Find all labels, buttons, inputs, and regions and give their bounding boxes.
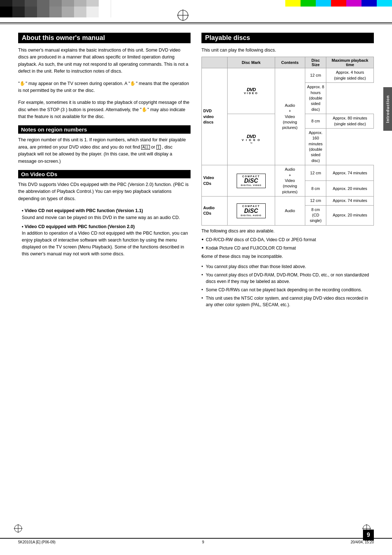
disc-note-1: You cannot play discs other than those l… bbox=[201, 263, 374, 270]
playable-discs-heading: Playable discs bbox=[201, 33, 374, 43]
color-swatch-green bbox=[301, 0, 316, 7]
left-column: About this owner's manual This owner's m… bbox=[18, 33, 191, 526]
page-number-box: 9 bbox=[363, 530, 374, 540]
checker-block bbox=[49, 7, 62, 17]
color-swatch bbox=[12, 0, 25, 7]
color-swatch-red bbox=[331, 0, 346, 7]
top-line bbox=[0, 23, 392, 23]
vcd-logo: COMPACT DiSC DIGITAL VIDEO bbox=[228, 165, 275, 197]
about-manual-para1: This owner's manual explains the basic i… bbox=[18, 47, 191, 75]
top-checker-bar bbox=[0, 7, 123, 17]
acd-contents: Audio bbox=[275, 197, 305, 226]
pbc-v11-text: Sound and movie can be played on this DV… bbox=[22, 215, 180, 220]
dvd-row-1: DVDvideodiscs DVD VIDEO Audio+Video(movi… bbox=[202, 68, 374, 83]
disc-table: Disc Mark Contents Disc Size Maximum pla… bbox=[201, 57, 374, 225]
acd-size-8cm: 8 cm(CDsingle) bbox=[305, 205, 326, 225]
vcd-size-8cm: 8 cm bbox=[305, 181, 326, 197]
pbc-v11-title: • Video CD not equipped with PBC functio… bbox=[22, 208, 143, 213]
vcd-time-2: Approx. 20 minutes bbox=[326, 181, 374, 197]
region-numbers-section: Notes on region numbers The region numbe… bbox=[18, 125, 191, 165]
checker-block bbox=[37, 7, 49, 17]
color-swatch-magenta bbox=[346, 0, 362, 7]
vcd-type-label: VideoCDs bbox=[202, 165, 228, 197]
also-avail-note: Some of these discs may be incompatible. bbox=[201, 253, 374, 260]
also-available-list: CD-R/CD-RW discs of CD-DA, Video CD or J… bbox=[201, 236, 374, 260]
color-swatch-yellow bbox=[285, 0, 301, 7]
top-color-bar bbox=[0, 0, 392, 7]
acd-row-1: AudioCDs COMPACT DiSC DIGITAL AUDIO Audi… bbox=[202, 197, 374, 205]
acd-logo: COMPACT DiSC DIGITAL AUDIO bbox=[228, 197, 275, 226]
region-numbers-heading: Notes on region numbers bbox=[18, 125, 191, 134]
pbc-v20-text: In addition to operation of a Video CD n… bbox=[22, 231, 188, 256]
disc-note-3: Some CD-R/RWs can not be played back dep… bbox=[201, 287, 374, 293]
vcd-time-1: Approx. 74 minutes bbox=[326, 165, 374, 181]
vcd-size-12cm: 12 cm bbox=[305, 165, 326, 181]
acd-type-label: AudioCDs bbox=[202, 197, 228, 226]
color-swatch bbox=[86, 0, 99, 7]
about-manual-para3: For example, sometimes it is unable to s… bbox=[18, 99, 191, 120]
video-cds-intro: This DVD supports Video CDs equipped wit… bbox=[18, 181, 191, 202]
col-discmark-header: Disc Mark bbox=[228, 57, 275, 68]
region-numbers-para: The region number of this unit is 1. If … bbox=[18, 137, 191, 165]
color-swatch bbox=[37, 0, 49, 7]
col-type-header bbox=[202, 57, 228, 68]
bottom-bar: 5K20101A [E] (P06-09) 9 20/4/04, 15:20 bbox=[0, 538, 392, 544]
disc-note-2: You cannot play discs of DVD-RAM, DVD-RO… bbox=[201, 272, 374, 285]
dvd-time-1: Approx. 4 hours(single sided disc) bbox=[326, 68, 374, 83]
acd-time-2: Approx. 20 minutes bbox=[326, 205, 374, 225]
disc-notes-list: You cannot play discs other than those l… bbox=[201, 263, 374, 308]
checker-block bbox=[0, 7, 12, 17]
dvd-type-label: DVDvideodiscs bbox=[202, 68, 228, 165]
dvd-logo-1: DVD VIDEO bbox=[228, 68, 275, 114]
color-swatch bbox=[99, 0, 111, 7]
dvd-time-4: Approx. 160 minutes(double sided disc) bbox=[305, 128, 326, 165]
introduction-tab-label: Introduction bbox=[385, 95, 390, 123]
top-line-thin bbox=[0, 24, 392, 24]
dvd-time-2: Approx. 8 hours(double sided disc) bbox=[305, 83, 326, 114]
footer-center: 9 bbox=[202, 540, 204, 544]
right-column: Playable discs This unit can play the fo… bbox=[201, 33, 374, 526]
about-manual-para2: "✋" may appear on the TV screen during o… bbox=[18, 80, 191, 94]
color-swatch-lightblue bbox=[377, 0, 392, 7]
playable-discs-section: Playable discs This unit can play the fo… bbox=[201, 33, 374, 308]
also-avail-item-1: CD-R/CD-RW discs of CD-DA, Video CD or J… bbox=[201, 236, 374, 243]
disc-note-4: This unit uses the NTSC color system, an… bbox=[201, 295, 374, 308]
checker-block bbox=[62, 7, 74, 17]
col-discsize-header: Disc Size bbox=[305, 57, 326, 68]
checker-block bbox=[25, 7, 37, 17]
checker-block bbox=[86, 7, 99, 17]
dvd-time-3: Approx. 80 minutes(single sided disc) bbox=[326, 114, 374, 129]
crosshair-top bbox=[174, 7, 192, 24]
pbc-v20-title: • Video CD equipped with PBC function (V… bbox=[22, 224, 135, 229]
about-manual-heading: About this owner's manual bbox=[18, 33, 191, 43]
checker-block bbox=[74, 7, 86, 17]
also-available-intro: The following discs are also available. bbox=[201, 228, 374, 234]
about-manual-section: About this owner's manual This owner's m… bbox=[18, 33, 191, 120]
acd-time-1: Approx. 74 minutes bbox=[326, 197, 374, 205]
introduction-tab: Introduction bbox=[383, 87, 392, 131]
footer-right: 20/4/04, 15:20 bbox=[351, 540, 374, 544]
vcd-contents: Audio+Video(movingpictures) bbox=[275, 165, 305, 197]
dvd-size-12cm: 12 cm bbox=[305, 68, 326, 83]
color-swatch bbox=[25, 0, 37, 7]
col-maxtime-header: Maximum playback time bbox=[326, 57, 374, 68]
checker-block bbox=[12, 7, 25, 17]
crosshair-bottom-left bbox=[13, 523, 24, 535]
dvd-contents: Audio+Video(movingpictures) bbox=[275, 68, 305, 165]
color-swatch bbox=[0, 0, 12, 7]
color-swatch bbox=[62, 0, 74, 7]
color-swatch-cyan bbox=[316, 0, 331, 7]
color-swatch bbox=[74, 0, 86, 7]
video-cds-section: On Video CDs This DVD supports Video CDs… bbox=[18, 170, 191, 257]
also-avail-item-2: Kodak Picture CD and FUJICOLOR CD format bbox=[201, 245, 374, 251]
vcd-row-1: VideoCDs COMPACT DiSC DIGITAL VIDEO Audi… bbox=[202, 165, 374, 181]
color-swatch bbox=[49, 0, 62, 7]
footer-left: 5K20101A [E] (P06-09) bbox=[18, 540, 56, 544]
dvd-size-8cm: 8 cm bbox=[305, 114, 326, 129]
dvd-logo-2: DVD V I D E O ™ bbox=[228, 114, 275, 165]
pbc-version-20-item: • Video CD equipped with PBC function (V… bbox=[18, 223, 191, 258]
acd-size-12cm: 12 cm bbox=[305, 197, 326, 205]
color-swatch-blue bbox=[362, 0, 377, 7]
playable-discs-intro: This unit can play the following discs. bbox=[201, 47, 374, 54]
page-number: 9 bbox=[367, 532, 370, 538]
